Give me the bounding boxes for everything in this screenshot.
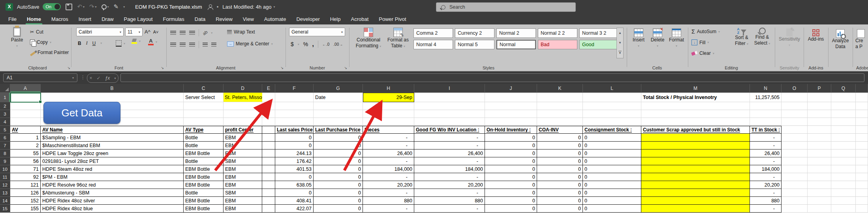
column-header-J[interactable]: J <box>485 84 537 93</box>
cell-M10[interactable] <box>641 165 750 173</box>
cell-A10[interactable]: 71 <box>10 165 41 173</box>
cell-D2[interactable] <box>224 102 262 110</box>
gallery-down-icon[interactable]: ▼ <box>618 41 622 45</box>
touch-mode-button[interactable]: ▾ <box>101 4 109 9</box>
row-header-1[interactable]: 1 <box>0 93 10 102</box>
wrap-text-button[interactable]: Wrap Text <box>227 29 255 35</box>
format-painter-button[interactable]: Format Painter <box>30 50 69 55</box>
cell-R4[interactable] <box>856 118 868 126</box>
cell-A13[interactable]: 126 <box>10 189 41 197</box>
cell-O11[interactable] <box>782 173 808 181</box>
autosave-toggle[interactable]: On <box>43 3 61 10</box>
row-header-3[interactable]: 3 <box>0 110 10 118</box>
cell-A15[interactable]: 155 <box>10 205 41 213</box>
cell-Q13[interactable] <box>831 189 856 197</box>
accounting-dropdown-icon[interactable]: ▾ <box>298 43 299 46</box>
cell-A7[interactable]: 2 <box>10 142 41 149</box>
cell-P10[interactable] <box>808 165 831 173</box>
cell-style-normal-2[interactable]: Normal 2 <box>496 28 536 38</box>
tab-data[interactable]: Data <box>190 13 210 24</box>
cell-J4[interactable] <box>485 118 537 126</box>
cell-J6[interactable]: 0 <box>485 134 537 142</box>
cell-A14[interactable]: 152 <box>10 197 41 205</box>
tab-help[interactable]: Help <box>325 13 346 24</box>
cell-J2[interactable] <box>485 102 537 110</box>
cell-C13[interactable]: Bottle <box>184 189 224 197</box>
cell-H4[interactable] <box>363 118 414 126</box>
cell-B14[interactable]: HDPE Ridex 48oz silver <box>41 197 184 205</box>
cell-O12[interactable] <box>782 181 808 189</box>
cell-O7[interactable] <box>782 142 808 149</box>
cell-style-normal-4[interactable]: Normal 4 <box>413 40 453 49</box>
gallery-more-icon[interactable]: ▼ <box>618 51 622 55</box>
formula-bar-grip-icon[interactable]: ⋮ <box>81 75 85 80</box>
cell-A2[interactable] <box>10 102 41 110</box>
row-header-8[interactable]: 8 <box>0 149 10 157</box>
cell-L7[interactable]: 0 <box>583 142 641 149</box>
cell-O4[interactable] <box>782 118 808 126</box>
cell-O3[interactable] <box>782 110 808 118</box>
cell-F1[interactable] <box>275 93 314 102</box>
cell-D8[interactable]: EBM <box>224 149 262 157</box>
insert-cells-button[interactable]: Insert ▾ <box>629 28 648 49</box>
cell-P1[interactable] <box>808 93 831 102</box>
column-header-G[interactable]: G <box>314 84 363 93</box>
cell-P5[interactable] <box>808 126 831 134</box>
cell-H3[interactable] <box>363 110 414 118</box>
cell-Q10[interactable] <box>831 165 856 173</box>
cell-B5[interactable]: AV Name <box>41 126 184 134</box>
cell-K14[interactable]: 0 <box>537 197 583 205</box>
cell-C5[interactable]: AV Type <box>184 126 224 134</box>
cell-C3[interactable] <box>184 110 224 118</box>
cell-L4[interactable] <box>583 118 641 126</box>
cell-F10[interactable]: 401.53 <box>275 165 314 173</box>
fill-color-button[interactable]: ▾ <box>132 39 141 44</box>
cell-D15[interactable]: EBM <box>224 205 262 213</box>
cell-C9[interactable]: Bottle <box>184 157 224 165</box>
styles-gallery-scroll[interactable]: ▲ ▼ ▼ <box>616 28 624 58</box>
cell-C14[interactable]: EBM Bottle <box>184 197 224 205</box>
tab-formulas[interactable]: Formulas <box>158 13 190 24</box>
quick-access-more-button[interactable]: ▾ <box>123 5 125 9</box>
cell-E5[interactable] <box>262 126 275 134</box>
cell-L13[interactable]: 0 <box>583 189 641 197</box>
cell-E6[interactable] <box>262 134 275 142</box>
cell-K10[interactable]: 0 <box>537 165 583 173</box>
cell-K13[interactable]: 0 <box>537 189 583 197</box>
cell-D11[interactable]: EBM <box>224 173 262 181</box>
number-dialog-launcher[interactable]: ↘ <box>344 66 347 70</box>
cell-Q1[interactable] <box>831 93 856 102</box>
cell-M2[interactable] <box>641 102 750 110</box>
cell-E15[interactable] <box>262 205 275 213</box>
cell-Q15[interactable] <box>831 205 856 213</box>
merge-center-button[interactable]: ↔ Merge & Center ▾ <box>227 41 273 47</box>
clipboard-dialog-launcher[interactable]: ↘ <box>67 66 70 70</box>
sort-filter-button[interactable]: AZ Sort & Filter ▾ <box>732 28 752 47</box>
italic-button[interactable]: I <box>86 40 88 46</box>
cell-J8[interactable]: 0 <box>485 149 537 157</box>
cell-M13[interactable] <box>641 189 750 197</box>
cell-F5[interactable]: Last sales Price <box>275 126 314 134</box>
tab-page-layout[interactable]: Page Layout <box>119 13 158 24</box>
cell-D9[interactable]: SBM <box>224 157 262 165</box>
cell-D1[interactable]: St. Peters, Missouri <box>224 93 262 102</box>
cell-O5[interactable] <box>782 126 808 134</box>
alignment-dialog-launcher[interactable]: ↘ <box>280 66 284 70</box>
column-header-B[interactable]: B <box>41 84 184 93</box>
cell-O8[interactable] <box>782 149 808 157</box>
cell-I10[interactable]: 184,000 <box>414 165 485 173</box>
cell-Q8[interactable] <box>831 149 856 157</box>
cell-Q6[interactable] <box>831 134 856 142</box>
column-header-A[interactable]: A <box>10 84 41 93</box>
tab-developer[interactable]: Developer <box>291 13 325 24</box>
cell-H9[interactable]: - <box>363 157 414 165</box>
borders-button[interactable]: ▾ <box>116 40 125 47</box>
addins-button[interactable]: Add-ins <box>806 29 825 42</box>
cell-style-normal[interactable]: Normal <box>496 40 536 49</box>
cell-A5[interactable]: AV <box>10 126 41 134</box>
cell-style-normal-3-2[interactable]: Normal 3 2 <box>579 28 619 38</box>
tab-draw[interactable]: Draw <box>96 13 118 24</box>
cell-F14[interactable]: 408.41 <box>275 197 314 205</box>
last-modified-label[interactable]: Last Modified: 4h ago <box>222 4 271 10</box>
cell-G5[interactable]: Last Purchase Price <box>314 126 363 134</box>
